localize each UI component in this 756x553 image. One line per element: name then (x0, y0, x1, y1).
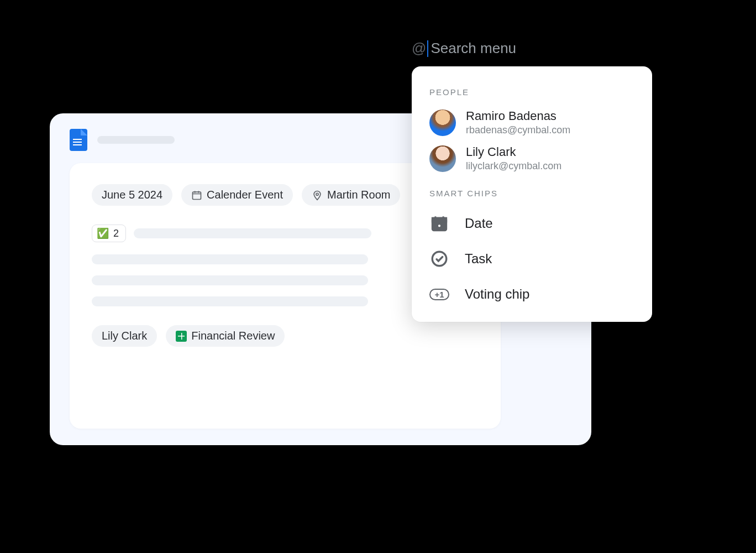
text-placeholder-line (92, 296, 368, 306)
smart-chip-voting-label: Voting chip (465, 286, 529, 302)
smart-chip-task-label: Task (465, 251, 492, 267)
person-email: rbadenas@cymbal.com (466, 124, 570, 136)
person-option[interactable]: Ramiro Badenas rbadenas@cymbal.com (412, 105, 652, 140)
plus-one-icon: +1 (429, 284, 449, 304)
voting-chip[interactable]: ✅ 2 (92, 225, 126, 242)
smart-chip-date-option[interactable]: Date (412, 206, 652, 241)
person-email: lilyclark@cymbal.com (466, 160, 561, 172)
calendar-event-chip[interactable]: Calender Event (181, 184, 293, 206)
person-chip[interactable]: Lily Clark (92, 325, 157, 347)
vote-count: 2 (113, 228, 119, 239)
file-chip[interactable]: Financial Review (166, 325, 285, 347)
search-placeholder: Search menu (431, 40, 516, 57)
text-placeholder-line (134, 228, 371, 238)
date-chip-label: June 5 2024 (102, 189, 162, 201)
section-title-people: PEOPLE (412, 82, 652, 105)
person-info: Lily Clark lilyclark@cymbal.com (466, 145, 561, 172)
svg-point-1 (316, 193, 318, 195)
avatar (429, 145, 456, 172)
checkmark-icon: ✅ (97, 227, 109, 239)
svg-point-4 (437, 224, 441, 228)
document-title-placeholder (97, 136, 175, 144)
smart-chip-voting-option[interactable]: +1 Voting chip (412, 276, 652, 312)
svg-rect-0 (193, 192, 201, 199)
docs-app-icon (70, 129, 87, 151)
mention-trigger-row[interactable]: @ Search menu (412, 40, 516, 57)
person-name: Lily Clark (466, 145, 561, 159)
chip-row-bottom: Lily Clark Financial Review (92, 325, 479, 347)
smart-chip-date-label: Date (465, 216, 493, 231)
location-chip-label: Martin Room (327, 189, 390, 201)
calendar-date-icon (429, 213, 449, 233)
section-title-smart-chips: SMART CHIPS (412, 176, 652, 206)
location-pin-icon (312, 190, 323, 201)
file-chip-label: Financial Review (191, 330, 275, 342)
calendar-icon (191, 190, 202, 201)
sheets-icon (176, 331, 187, 342)
person-info: Ramiro Badenas rbadenas@cymbal.com (466, 109, 570, 136)
calendar-event-chip-label: Calender Event (207, 189, 283, 201)
person-chip-label: Lily Clark (102, 330, 147, 342)
smart-chip-task-option[interactable]: Task (412, 241, 652, 276)
person-name: Ramiro Badenas (466, 109, 570, 123)
text-placeholder-line (92, 275, 368, 285)
date-chip[interactable]: June 5 2024 (92, 184, 172, 206)
mention-popover: PEOPLE Ramiro Badenas rbadenas@cymbal.co… (412, 66, 652, 322)
task-check-icon (429, 249, 449, 269)
text-placeholder-line (92, 254, 368, 264)
location-chip[interactable]: Martin Room (302, 184, 400, 206)
text-cursor (427, 40, 428, 57)
at-symbol: @ (412, 40, 426, 57)
person-option[interactable]: Lily Clark lilyclark@cymbal.com (412, 140, 652, 176)
avatar (429, 109, 456, 136)
